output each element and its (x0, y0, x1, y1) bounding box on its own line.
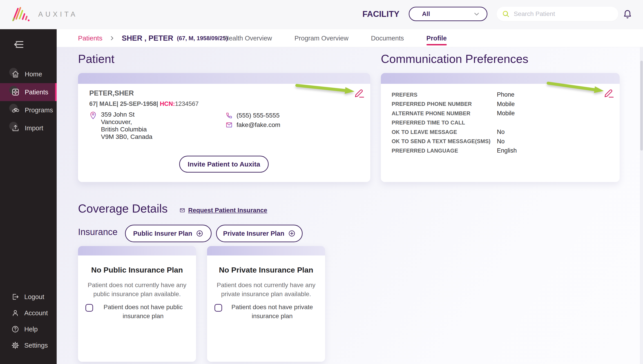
breadcrumb-chevron-icon (109, 35, 115, 41)
public-no-insurance-option: Patient does not have public insurance p… (86, 303, 189, 321)
tab-bar: Health Overview Program Overview Documen… (224, 29, 447, 47)
sidebar-item-programs[interactable]: Programs (0, 101, 57, 119)
add-public-insurer-button[interactable]: Public Insurer Plan (125, 225, 212, 242)
public-card-header-strip (78, 246, 196, 256)
import-icon (11, 124, 20, 132)
sidebar-item-import[interactable]: Import (0, 119, 57, 137)
edit-communication-button[interactable] (603, 87, 614, 98)
search-bar[interactable] (497, 7, 618, 21)
patient-address: 359 John St Vancouver, British Columbia … (101, 111, 152, 140)
hcn-label: HCN: (160, 100, 175, 107)
comm-row-leave-message: OK TO LEAVE MESSAGE No (392, 128, 611, 137)
private-checkbox-label: Patient does not have private insurance … (227, 303, 318, 321)
edit-pencil-icon (354, 87, 364, 98)
sidebar-item-settings[interactable]: Settings (0, 337, 57, 354)
help-icon (11, 325, 19, 333)
brand-text: AUXITA (38, 10, 78, 18)
sidebar-item-account[interactable]: Account (0, 305, 57, 321)
communication-section-title: Communication Preferences (381, 52, 528, 66)
tab-program-overview[interactable]: Program Overview (295, 29, 348, 47)
invite-patient-button[interactable]: Invite Patient to Auxita (179, 156, 269, 172)
scrollbar-thumb[interactable] (640, 61, 643, 150)
patient-address-block: 359 John St Vancouver, British Columbia … (89, 111, 152, 140)
location-pin-icon (89, 111, 97, 120)
sidebar: Home Patients (0, 29, 57, 364)
content-header: Patients SHER , PETER (67, M, 1958/09/25… (57, 29, 643, 47)
account-icon (11, 309, 19, 317)
comm-row-prefers: PREFERS Phone (392, 90, 611, 100)
tab-documents[interactable]: Documents (371, 29, 404, 47)
sidebar-item-logout[interactable]: Logout (0, 289, 57, 305)
programs-icon (11, 106, 20, 114)
patient-section-title: Patient (78, 52, 115, 66)
notification-bell-icon[interactable] (622, 9, 633, 20)
breadcrumb-patients-link[interactable]: Patients (78, 34, 102, 42)
plus-circle-icon (196, 230, 204, 237)
coverage-section-title: Coverage Details (78, 202, 168, 215)
comm-row-preferred-phone: PREFERRED PHONE NUMBER Mobile (392, 100, 611, 109)
plus-circle-icon (288, 230, 296, 237)
public-no-insurance-checkbox[interactable] (86, 304, 93, 312)
hcn-value: 1234567 (175, 100, 199, 107)
page: AUXITA FACILITY All (0, 0, 643, 364)
topbar: AUXITA FACILITY All (0, 0, 643, 29)
public-card-title: No Public Insurance Plan (78, 266, 196, 274)
collapse-icon (13, 40, 24, 50)
tab-profile[interactable]: Profile (426, 29, 447, 47)
patient-name: PETER,SHER (89, 89, 134, 97)
edit-patient-button[interactable] (354, 87, 364, 98)
auxita-logo-icon (12, 4, 32, 25)
comm-row-language: PREFERRED LANGUAGE English (392, 146, 611, 156)
public-checkbox-label: Patient does not have public insurance p… (98, 303, 189, 321)
main-content: Patient Communication Preferences PETER,… (57, 47, 643, 364)
communication-rows: PREFERS Phone PREFERRED PHONE NUMBER Mob… (392, 90, 611, 156)
comm-row-time-to-call: PREFERRED TIME TO CALL (392, 118, 611, 128)
patient-card-header-strip (78, 73, 370, 84)
sidebar-nav: Home Patients (0, 65, 57, 137)
breadcrumb-patient-name: SHER , PETER (122, 34, 173, 42)
communication-card-header-strip (381, 73, 620, 84)
patient-demographics: 67| MALE| 25-SEP-1958| HCN:1234567 (89, 100, 199, 108)
patient-card: PETER,SHER 67| MALE| 25-SEP-1958| HCN:12… (78, 73, 370, 182)
patient-phone: (555) 555-5555 (237, 112, 279, 119)
phone-icon (225, 112, 233, 119)
edit-pencil-icon (603, 87, 614, 98)
home-icon (11, 70, 20, 78)
brand-logo: AUXITA (12, 4, 78, 25)
patients-icon (11, 88, 20, 96)
private-no-insurance-checkbox[interactable] (215, 304, 222, 312)
insurance-heading: Insurance (78, 227, 118, 237)
envelope-icon (179, 207, 186, 214)
add-private-insurer-button[interactable]: Private Insurer Plan (216, 225, 303, 242)
logout-icon (11, 293, 19, 301)
facility-label: FACILITY (362, 10, 399, 19)
facility-select[interactable]: All (409, 7, 487, 21)
sidebar-item-help[interactable]: Help (0, 321, 57, 337)
private-insurance-card: No Private Insurance Plan Patient does n… (207, 246, 325, 362)
patient-email: fake@fake.com (237, 121, 280, 128)
breadcrumb-patient-meta: (67, M, 1958/09/25) (177, 35, 228, 42)
sidebar-collapse-button[interactable] (13, 40, 24, 50)
comm-row-alternate-phone: ALTERNATE PHONE NUMBER Mobile (392, 109, 611, 118)
search-input[interactable] (514, 10, 613, 18)
public-insurance-card: No Public Insurance Plan Patient does no… (78, 246, 196, 362)
breadcrumb: Patients SHER , PETER (67, M, 1958/09/25… (78, 29, 228, 47)
mail-icon (225, 121, 233, 129)
comm-row-sms: OK TO SEND A TEXT MESSAGE(SMS) No (392, 137, 611, 146)
sidebar-footer: Logout Account (0, 289, 57, 354)
settings-gear-icon (11, 341, 19, 350)
chevron-down-icon (473, 10, 480, 18)
search-icon (502, 10, 510, 18)
private-no-insurance-option: Patient does not have private insurance … (215, 303, 318, 321)
request-insurance-link[interactable]: Request Patient Insurance (179, 207, 267, 214)
active-tab-underline (426, 44, 447, 46)
patient-contact-block: (555) 555-5555 fake@fake.com (225, 112, 280, 130)
private-card-title: No Private Insurance Plan (207, 266, 325, 274)
tab-health-overview[interactable]: Health Overview (224, 29, 272, 47)
vertical-scrollbar[interactable] (640, 47, 643, 364)
sidebar-item-patients[interactable]: Patients (0, 83, 57, 101)
sidebar-item-home[interactable]: Home (0, 65, 57, 83)
private-card-header-strip (207, 246, 325, 256)
public-card-description: Patient does not currently have any publ… (87, 281, 188, 298)
facility-selected-value: All (422, 10, 473, 18)
